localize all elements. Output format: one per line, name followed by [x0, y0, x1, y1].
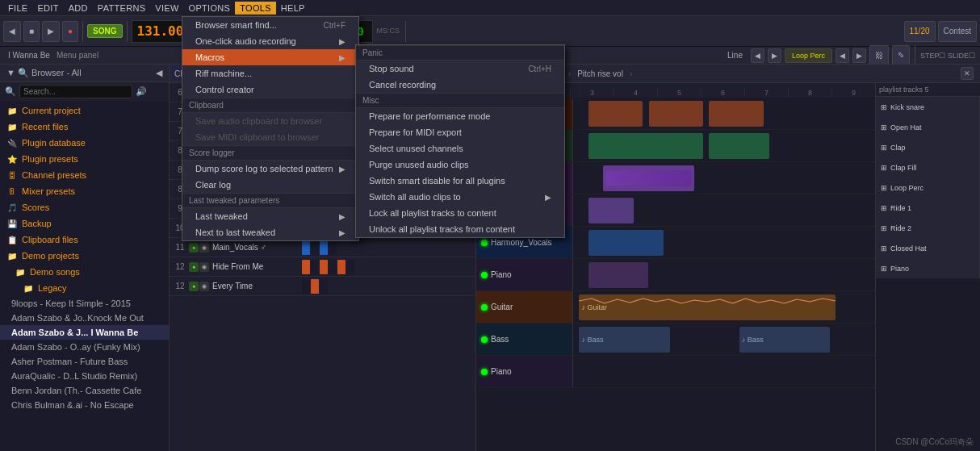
pl-track-content[interactable] [573, 130, 875, 161]
dd-lock-playlist[interactable]: Lock all playlist tracks to content [356, 205, 564, 221]
pl-clip-bass2[interactable]: ♪ Bass [739, 327, 830, 353]
tb-play[interactable]: ▶ [42, 21, 60, 42]
dd-clear-log[interactable]: Clear log [182, 177, 358, 193]
sidebar-file-benn[interactable]: Benn Jordan (Th.- Cassette Cafe [0, 383, 169, 398]
mini-track-label[interactable]: ⊞ Ride 2 [876, 218, 980, 238]
dd-browser-find[interactable]: Browser smart find... Ctrl+F [182, 17, 358, 33]
line-left[interactable]: ◀ [751, 48, 764, 63]
mini-track-label[interactable]: ⊞ Closed Hat [876, 238, 980, 258]
cr-solo-btn[interactable]: ◉ [199, 262, 209, 272]
mini-track-label[interactable]: ⊞ Loop Perc [876, 177, 980, 198]
cr-channel-name[interactable]: Main_Vocals ♂ [209, 243, 300, 252]
mini-track-label[interactable]: ⊞ Clap [876, 137, 980, 157]
pl-track-content[interactable]: ♪ Bass ♪ Bass [573, 324, 875, 355]
cr-channel-name[interactable]: Every Time [209, 282, 300, 290]
sidebar-toggle[interactable]: ◀ [156, 68, 162, 78]
sidebar-item-mixer-presets[interactable]: 🎚Mixer presets [0, 183, 169, 199]
cr-solo-btn[interactable]: ◉ [199, 243, 209, 253]
pl-track-content[interactable] [573, 162, 875, 194]
mini-track-label[interactable]: ⊞ Piano [876, 258, 980, 278]
menu-options[interactable]: OPTIONS [184, 2, 236, 15]
cr-channel-name[interactable]: Hide From Me [209, 262, 300, 271]
loop-perc-label[interactable]: Loop Perc [785, 48, 832, 63]
dd-unlock-playlist[interactable]: Unlock all playlist tracks from content [356, 221, 564, 237]
dd-riff-machine[interactable]: Riff machine... [182, 65, 358, 81]
menu-patterns[interactable]: PATTERNS [93, 2, 150, 15]
mini-track-label[interactable]: ⊞ Kick snare [876, 97, 980, 117]
mini-track-label[interactable]: ⊞ Ride 1 [876, 198, 980, 218]
mini-track-label[interactable]: ⊞ Clap Fill [876, 157, 980, 177]
tb-rec[interactable]: ● [62, 21, 78, 42]
tb-prev[interactable]: ◀ [3, 21, 21, 42]
menu-file[interactable]: FILE [3, 2, 32, 15]
dd-switch-smart[interactable]: Switch smart disable for all plugins [356, 173, 564, 189]
sidebar-file-aura[interactable]: AuraQualic - D..L Studio Remix) [0, 369, 169, 383]
pl-track-content[interactable] [573, 259, 875, 290]
sidebar-speaker-icon[interactable]: 🔊 [136, 86, 147, 97]
tb-chain[interactable]: ⛓ [869, 45, 889, 66]
loop-right[interactable]: ▶ [852, 48, 866, 63]
pl-clip[interactable] [649, 101, 703, 127]
dd-cancel-recording[interactable]: Cancel recording [356, 77, 564, 93]
menu-add[interactable]: ADD [64, 2, 93, 15]
sidebar-item-plugin-database[interactable]: 🔌Plugin database [0, 135, 169, 151]
song-mode-btn[interactable]: SONG [87, 24, 122, 38]
tb-cursor[interactable]: ✎ [892, 45, 910, 66]
pl-track-label[interactable]: Bass [476, 324, 573, 355]
sidebar-item-channel-presets[interactable]: 🎛Channel presets [0, 167, 169, 183]
sidebar-item-legacy[interactable]: 📁Legacy [0, 280, 169, 296]
tb-num[interactable]: 11/20 [904, 21, 936, 42]
pl-track-label[interactable]: Piano [476, 356, 573, 387]
sidebar-item-demo-songs[interactable]: 📁Demo songs [0, 264, 169, 280]
pl-track-label[interactable]: Guitar [476, 291, 573, 323]
pl-track-content[interactable] [573, 98, 875, 129]
pl-clip-bass1[interactable]: ♪ Bass [579, 327, 669, 353]
pl-track-label[interactable]: Piano [476, 259, 573, 290]
dd-prepare-performance[interactable]: Prepare for performance mode [356, 108, 564, 124]
pl-clip[interactable] [588, 230, 664, 256]
tb-contest[interactable]: Contest [938, 21, 977, 42]
pl-clip[interactable] [709, 133, 769, 159]
cr-mute-btn[interactable]: ● [189, 282, 199, 291]
sidebar-item-plugin-presets[interactable]: ⭐Plugin presets [0, 151, 169, 167]
menu-tools[interactable]: TOOLS [235, 2, 276, 15]
cr-mute-btn[interactable]: ● [189, 262, 199, 272]
menu-view[interactable]: VIEW [150, 2, 183, 15]
pl-track-content[interactable] [573, 356, 875, 387]
dd-stop-sound[interactable]: Stop sound Ctrl+H [356, 61, 564, 77]
sidebar-item-recent-files[interactable]: 📁Recent files [0, 119, 169, 135]
pl-clip[interactable] [588, 262, 649, 288]
pl-track-content[interactable] [573, 194, 875, 226]
sidebar-file-adam3[interactable]: Adam Szabo - O..ay (Funky Mix) [0, 340, 169, 354]
pl-close[interactable]: ✕ [961, 67, 974, 80]
sidebar-item-backup[interactable]: 💾Backup [0, 215, 169, 232]
menu-help[interactable]: HELP [276, 2, 310, 15]
sidebar-file-adam1[interactable]: Adam Szabo & Jo..Knock Me Out [0, 311, 169, 325]
dd-purge-audio[interactable]: Purge unused audio clips [356, 157, 564, 173]
cr-pattern[interactable] [300, 278, 474, 295]
dd-control-creator[interactable]: Control creator [182, 81, 358, 98]
pl-clip[interactable] [588, 101, 643, 127]
cr-pattern[interactable] [300, 258, 474, 276]
dd-next-to-last[interactable]: Next to last tweaked ▶ [182, 224, 358, 240]
sidebar-item-demo-projects[interactable]: 📁Demo projects [0, 248, 169, 264]
line-right[interactable]: ▶ [768, 48, 781, 63]
tb-stop[interactable]: ■ [23, 21, 40, 42]
dd-select-unused[interactable]: Select unused channels [356, 140, 564, 157]
sidebar-item-scores[interactable]: 🎵Scores [0, 199, 169, 215]
dd-oneclick-audio[interactable]: One-click audio recording ▶ [182, 33, 358, 49]
pl-clip[interactable] [709, 101, 763, 127]
menu-edit[interactable]: EDIT [32, 2, 63, 15]
dd-dump-score[interactable]: Dump score log to selected pattern ▶ [182, 161, 358, 177]
dd-prepare-midi[interactable]: Prepare for MIDI export [356, 124, 564, 140]
sidebar-file-chris[interactable]: Chris Bulman &.ai - No Escape [0, 398, 169, 412]
line-control[interactable]: Line [722, 49, 748, 61]
dd-switch-audio-clips[interactable]: Switch all audio clips to ▶ [356, 189, 564, 205]
pl-clip-guitar[interactable]: ♪ Guitar [579, 294, 836, 320]
sidebar-item-current-project[interactable]: 📁Current project [0, 102, 169, 119]
pl-track-content[interactable] [573, 227, 875, 258]
dd-macros[interactable]: Macros ▶ [182, 49, 358, 65]
sidebar-item-clipboard[interactable]: 📋Clipboard files [0, 232, 169, 248]
dd-last-tweaked[interactable]: Last tweaked ▶ [182, 208, 358, 224]
sidebar-search-input[interactable] [19, 85, 132, 98]
